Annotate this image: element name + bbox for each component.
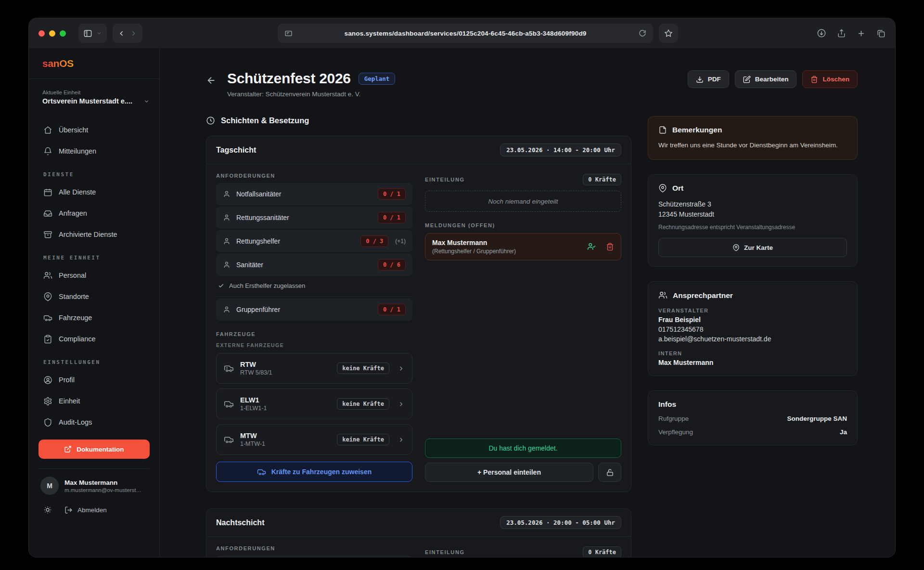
delete-button[interactable]: Löschen bbox=[802, 70, 858, 88]
requirement-name: Rettungshelfer bbox=[236, 237, 355, 245]
minimize-window-button[interactable] bbox=[49, 30, 55, 37]
forward-button[interactable] bbox=[129, 29, 138, 38]
sidebar-item-mitteilungen[interactable]: Mitteilungen bbox=[38, 141, 150, 162]
sidebar-item-label: Anfragen bbox=[59, 209, 87, 217]
sidebar-item-profil[interactable]: Profil bbox=[38, 369, 150, 390]
requirement-count-badge: 0 / 1 bbox=[378, 188, 406, 200]
sidebar-item-anfragen[interactable]: Anfragen bbox=[38, 203, 150, 224]
vehicle-card-elw1[interactable]: ELW1 1-ELW1-1 keine Kräfte bbox=[216, 389, 412, 419]
assignment-label: EINTEILUNG bbox=[425, 549, 465, 555]
sidebar-toggle-button[interactable] bbox=[78, 24, 107, 43]
close-window-button[interactable] bbox=[38, 30, 45, 37]
vehicle-card-rtw[interactable]: RTW RTW 5/83/1 keine Kräfte bbox=[216, 353, 412, 384]
sidebar-item-audit-logs[interactable]: Audit-Logs bbox=[38, 412, 150, 433]
pdf-button[interactable]: PDF bbox=[688, 70, 729, 88]
sidebar-item-label: Fahrzeuge bbox=[59, 314, 92, 322]
sidebar-item-label: Standorte bbox=[59, 293, 89, 300]
app-logo: sanOS bbox=[42, 58, 74, 69]
sun-icon bbox=[43, 505, 52, 514]
sidebar-item-label: Audit-Logs bbox=[59, 418, 92, 426]
theme-toggle-button[interactable] bbox=[43, 505, 52, 514]
unit-selector[interactable]: Ortsverein Musterstadt e.... bbox=[42, 97, 150, 105]
van-icon bbox=[224, 435, 234, 445]
requirement-count-badge: 0 / 6 bbox=[378, 259, 406, 271]
star-icon bbox=[664, 29, 673, 38]
map-button[interactable]: Zur Karte bbox=[658, 238, 847, 257]
requirement-name: Rettungssanitäter bbox=[236, 214, 372, 221]
logout-button[interactable]: Abmelden bbox=[64, 506, 107, 514]
person-icon bbox=[223, 237, 231, 245]
accept-report-button[interactable] bbox=[587, 242, 596, 251]
sidebar-item-label: Mitteilungen bbox=[59, 147, 96, 155]
sidebar-item-fahrzeuge[interactable]: Fahrzeuge bbox=[38, 307, 150, 328]
edit-button[interactable]: Bearbeiten bbox=[735, 70, 797, 88]
tab-overview-button[interactable] bbox=[876, 29, 886, 38]
sidebar-item-archivierte-dienste[interactable]: Archivierte Dienste bbox=[38, 224, 150, 245]
user-menu[interactable]: M Max Mustermann m.mustermann@ov-musters… bbox=[40, 477, 148, 495]
nav-section-title: MEINE EINHEIT bbox=[43, 255, 150, 261]
toolbar-right-actions bbox=[817, 28, 886, 38]
lock-shift-button[interactable] bbox=[598, 463, 621, 482]
van-icon bbox=[224, 399, 234, 409]
vehicles-label: FAHRZEUGE bbox=[216, 331, 412, 337]
back-arrow-button[interactable] bbox=[206, 75, 217, 86]
requirement-row: Rettungssanitäter 0 / 1 bbox=[216, 207, 412, 229]
sidebar-item-compliance[interactable]: Compliance bbox=[38, 328, 150, 350]
sidebar-item-alle-dienste[interactable]: Alle Dienste bbox=[38, 181, 150, 203]
internal-name: Max Mustermann bbox=[658, 359, 847, 366]
back-button[interactable] bbox=[117, 29, 126, 38]
logout-icon bbox=[64, 506, 73, 514]
person-icon bbox=[223, 306, 231, 313]
check-icon bbox=[218, 283, 224, 289]
user-circle-icon bbox=[43, 376, 52, 385]
location-city: 12345 Musterstadt bbox=[658, 209, 847, 220]
url-text: sanos.systems/dashboard/services/0125c20… bbox=[293, 30, 639, 37]
vehicle-card-mtw[interactable]: MTW 1-MTW-1 keine Kräfte bbox=[216, 424, 412, 455]
self-reported-banner: Du hast dich gemeldet. bbox=[425, 439, 621, 458]
info-label: Verpflegung bbox=[658, 428, 693, 436]
requirement-extra: (+1) bbox=[395, 238, 406, 245]
report-roles: (Rettungshelfer / Gruppenführer) bbox=[432, 248, 516, 255]
reload-icon[interactable] bbox=[639, 29, 646, 37]
reject-report-button[interactable] bbox=[606, 243, 614, 251]
vehicle-crew-badge: keine Kräfte bbox=[337, 398, 389, 410]
clock-icon bbox=[206, 116, 215, 125]
sidebar-item-einheit[interactable]: Einheit bbox=[38, 390, 150, 412]
requirement-row: Rettungshelfer 0 / 3 (+1) bbox=[216, 230, 412, 252]
sidebar-item-label: Alle Dienste bbox=[59, 188, 96, 196]
new-tab-button[interactable] bbox=[857, 29, 866, 38]
sidebar-item-label: Personal bbox=[59, 272, 86, 279]
sidebar-item-label: Profil bbox=[59, 376, 75, 384]
sidebar-item-uebersicht[interactable]: Übersicht bbox=[38, 119, 150, 141]
bookmark-button[interactable] bbox=[659, 24, 678, 43]
user-email: m.mustermann@ov-mustersta... bbox=[64, 487, 141, 493]
ambulance-icon bbox=[224, 363, 234, 374]
share-button[interactable] bbox=[837, 29, 846, 38]
requirement-row: Sanitäter 0 / 6 bbox=[216, 254, 412, 276]
trash-icon bbox=[810, 76, 818, 83]
remarks-card: Bemerkungen Wir treffen uns eine Stunde … bbox=[648, 116, 858, 160]
vehicle-icon bbox=[43, 313, 52, 323]
reports-label: MELDUNGEN (OFFEN) bbox=[425, 222, 621, 228]
info-value: Ja bbox=[840, 428, 847, 436]
status-badge: Geplant bbox=[359, 73, 396, 85]
requirement-row: Notfallsanitäter 0 / 1 bbox=[216, 556, 412, 557]
sidebar-item-personal[interactable]: Personal bbox=[38, 265, 150, 286]
address-bar[interactable]: sanos.systems/dashboard/services/0125c20… bbox=[278, 24, 653, 43]
shield-icon bbox=[43, 418, 52, 427]
downloads-button[interactable] bbox=[817, 28, 826, 38]
documentation-button[interactable]: Dokumentation bbox=[38, 440, 150, 459]
add-personnel-button[interactable]: + Personal einteilen bbox=[425, 463, 593, 482]
gear-icon bbox=[43, 397, 52, 406]
internal-label: INTERN bbox=[658, 350, 847, 356]
bell-icon bbox=[43, 147, 52, 156]
requirements-label: ANFORDERUNGEN bbox=[216, 545, 412, 551]
edit-icon bbox=[743, 76, 751, 83]
requirement-name: Gruppenführer bbox=[236, 306, 372, 313]
vehicle-callsign: RTW 5/83/1 bbox=[240, 369, 272, 376]
sidebar-item-standorte[interactable]: Standorte bbox=[38, 286, 150, 307]
note-icon bbox=[658, 126, 667, 134]
assign-vehicles-button[interactable]: Kräfte zu Fahrzeugen zuweisen bbox=[216, 462, 412, 482]
info-label: Rufgruppe bbox=[658, 415, 689, 422]
zoom-window-button[interactable] bbox=[60, 30, 66, 37]
